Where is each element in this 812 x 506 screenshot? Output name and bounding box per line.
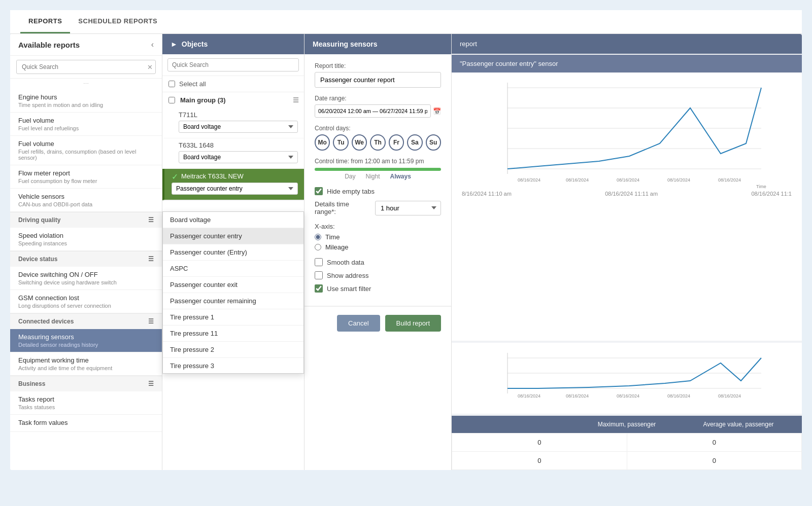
svg-text:08/16/2024: 08/16/2024 bbox=[566, 393, 589, 399]
sensor-dropdown-t711l[interactable]: Board voltage bbox=[179, 121, 298, 133]
report-item-measuring-sensors[interactable]: Measuring sensors Detailed sensor readin… bbox=[10, 329, 162, 352]
xaxis-mileage-radio[interactable] bbox=[315, 244, 321, 250]
action-buttons: Cancel Build report bbox=[304, 306, 451, 340]
svg-text:08/16/2024: 08/16/2024 bbox=[617, 177, 639, 183]
smart-filter-checkbox[interactable] bbox=[315, 284, 323, 293]
dropdown-item-passenger-entry2[interactable]: Passenger counter (Entry) bbox=[163, 244, 303, 261]
report-desc: Switching device using hardware switch bbox=[18, 279, 154, 285]
report-name: Equipment working time bbox=[18, 356, 154, 364]
smooth-data-label: Smooth data bbox=[327, 259, 364, 266]
group-header[interactable]: Main group (3) ☰ bbox=[162, 92, 304, 108]
navigation-icon: ► bbox=[171, 40, 178, 48]
report-desc: Fuel refills, drains, consumption (based… bbox=[18, 149, 154, 161]
control-days-row: Control days: Mo Tu We Th Fr Sa Su bbox=[315, 125, 441, 151]
build-report-button[interactable]: Build report bbox=[385, 315, 441, 332]
time-label-3: 08/16/2024 11:1 bbox=[751, 191, 792, 197]
dropdown-item-tire-1[interactable]: Tire pressure 1 bbox=[163, 309, 303, 326]
measuring-sensors-panel: Measuring sensors Report title: Date ran… bbox=[304, 34, 452, 470]
report-name: Tasks report bbox=[18, 395, 154, 403]
time-label-night[interactable]: Night bbox=[365, 173, 380, 180]
day-sa[interactable]: Sa bbox=[407, 134, 422, 151]
objects-panel: ► Objects Select all Main group (3) ☰ bbox=[162, 34, 304, 470]
day-mo[interactable]: Mo bbox=[315, 134, 330, 151]
group-checkbox[interactable] bbox=[168, 97, 175, 103]
day-th[interactable]: Th bbox=[370, 134, 385, 151]
chart-svg-2: 08/16/2024 08/16/2024 08/16/2024 08/16/2… bbox=[457, 348, 797, 399]
report-item-fuel-volume-2[interactable]: Fuel volume Fuel refills, drains, consum… bbox=[10, 136, 162, 165]
main-content: Available reports ‹ ✕ ⋯ Engine hours Tim… bbox=[10, 34, 802, 470]
group-collapse-icon[interactable]: ☰ bbox=[293, 96, 299, 104]
tab-scheduled-reports[interactable]: SCHEDULED REPORTS bbox=[70, 10, 165, 33]
search-box: ✕ bbox=[10, 56, 162, 79]
search-input[interactable] bbox=[16, 60, 156, 74]
report-item-engine-hours[interactable]: Engine hours Time spent in motion and on… bbox=[10, 89, 162, 113]
dropdown-item-passenger-exit[interactable]: Passenger counter exit bbox=[163, 277, 303, 293]
report-header-partial: report bbox=[452, 34, 802, 54]
report-name: Vehicle sensors bbox=[18, 193, 154, 200]
report-name: Fuel volume bbox=[18, 140, 154, 148]
time-label-always[interactable]: Always bbox=[390, 173, 411, 180]
hide-empty-tabs-label: Hide empty tabs bbox=[327, 188, 375, 195]
time-slider-track[interactable] bbox=[315, 168, 441, 171]
tab-reports[interactable]: REPORTS bbox=[20, 10, 70, 33]
report-name: Speed violation bbox=[18, 232, 154, 239]
time-label-2: 08/16/2024 11:11 am bbox=[605, 191, 658, 197]
date-range-input-row: 📅 bbox=[315, 104, 441, 118]
sensor-dropdown-meitrack[interactable]: Passenger counter entry bbox=[172, 183, 298, 195]
dropdown-item-aspc[interactable]: ASPC bbox=[163, 261, 303, 277]
dropdown-item-tire-3[interactable]: Tire pressure 3 bbox=[163, 358, 303, 374]
report-item-gsm-lost[interactable]: GSM connection lost Long disruptions of … bbox=[10, 290, 162, 313]
report-item-speed-violation[interactable]: Speed violation Speeding instances bbox=[10, 228, 162, 251]
chart-wrapper: 08/16/2024 08/16/2024 08/16/2024 08/16/2… bbox=[452, 73, 802, 341]
report-item-device-switching[interactable]: Device switching ON / OFF Switching devi… bbox=[10, 267, 162, 290]
show-address-checkbox[interactable] bbox=[315, 271, 323, 279]
smooth-data-checkbox[interactable] bbox=[315, 258, 323, 266]
dropdown-item-passenger-remaining[interactable]: Passenger counter remaining bbox=[163, 293, 303, 309]
object-item-t711l: T711L Board voltage bbox=[162, 108, 304, 138]
report-item-tasks-report[interactable]: Tasks report Tasks statuses bbox=[10, 391, 162, 415]
dropdown-item-passenger-entry[interactable]: Passenger counter entry bbox=[163, 228, 303, 244]
smart-filter-row: Use smart filter bbox=[315, 284, 441, 293]
xaxis-time-row: Time bbox=[315, 233, 441, 241]
left-panel-header: Available reports ‹ bbox=[10, 34, 162, 56]
collapse-button[interactable]: ‹ bbox=[151, 40, 154, 49]
available-reports-title: Available reports bbox=[18, 41, 80, 49]
scroll-up-indicator: ⋯ bbox=[10, 79, 162, 89]
day-we[interactable]: We bbox=[352, 134, 367, 151]
calendar-icon[interactable]: 📅 bbox=[433, 107, 441, 115]
xaxis-time-radio[interactable] bbox=[315, 234, 321, 240]
table-cell-max-2: 0 bbox=[452, 452, 627, 470]
sensor-dropdown-t633l[interactable]: Board voltage bbox=[179, 151, 298, 163]
details-time-select[interactable]: 1 hour 2 hours 4 hours 6 hours 12 hours … bbox=[375, 201, 441, 215]
object-name: Meitrack T633L NEW bbox=[181, 172, 244, 180]
object-item-t633l: T633L 1648 Board voltage bbox=[162, 138, 304, 169]
xaxis-mileage-row: Mileage bbox=[315, 243, 441, 251]
chart-area-container: report "Passenger counter entry" sensor bbox=[452, 34, 802, 470]
dropdown-item-tire-2[interactable]: Tire pressure 2 bbox=[163, 342, 303, 358]
sensor-header: "Passenger counter entry" sensor bbox=[452, 55, 802, 73]
dropdown-item-board-voltage[interactable]: Board voltage bbox=[163, 212, 303, 228]
table-header-row: Maximum, passenger Average value, passen… bbox=[452, 416, 802, 433]
cancel-button[interactable]: Cancel bbox=[337, 315, 380, 332]
day-tu[interactable]: Tu bbox=[333, 134, 348, 151]
date-range-input[interactable] bbox=[315, 104, 431, 118]
report-title-input[interactable] bbox=[315, 72, 441, 88]
report-item-task-form-values[interactable]: Task form values bbox=[10, 415, 162, 432]
search-clear-icon[interactable]: ✕ bbox=[147, 63, 153, 71]
day-su[interactable]: Su bbox=[426, 134, 441, 151]
report-item-fuel-volume-1[interactable]: Fuel volume Fuel level and refuelings bbox=[10, 113, 162, 136]
col-avg: Average value, passenger bbox=[683, 421, 794, 428]
report-desc: Activity and idle time of the equipment bbox=[18, 365, 154, 371]
report-item-flow-meter[interactable]: Flow meter report Fuel consumption by fl… bbox=[10, 165, 162, 189]
day-fr[interactable]: Fr bbox=[389, 134, 404, 151]
hide-empty-tabs-checkbox[interactable] bbox=[315, 187, 323, 195]
dropdown-item-tire-11[interactable]: Tire pressure 11 bbox=[163, 326, 303, 342]
report-item-vehicle-sensors[interactable]: Vehicle sensors CAN-bus and OBDII-port d… bbox=[10, 189, 162, 212]
time-labels: Day Night Always bbox=[315, 173, 441, 180]
select-all-checkbox[interactable] bbox=[168, 81, 175, 87]
control-time-label: Control time: from 12:00 am to 11:59 pm bbox=[315, 158, 441, 165]
time-label-day[interactable]: Day bbox=[345, 173, 355, 180]
objects-search-input[interactable] bbox=[167, 58, 299, 71]
xaxis-mileage-label: Mileage bbox=[325, 243, 349, 251]
report-item-equipment-working-time[interactable]: Equipment working time Activity and idle… bbox=[10, 352, 162, 376]
